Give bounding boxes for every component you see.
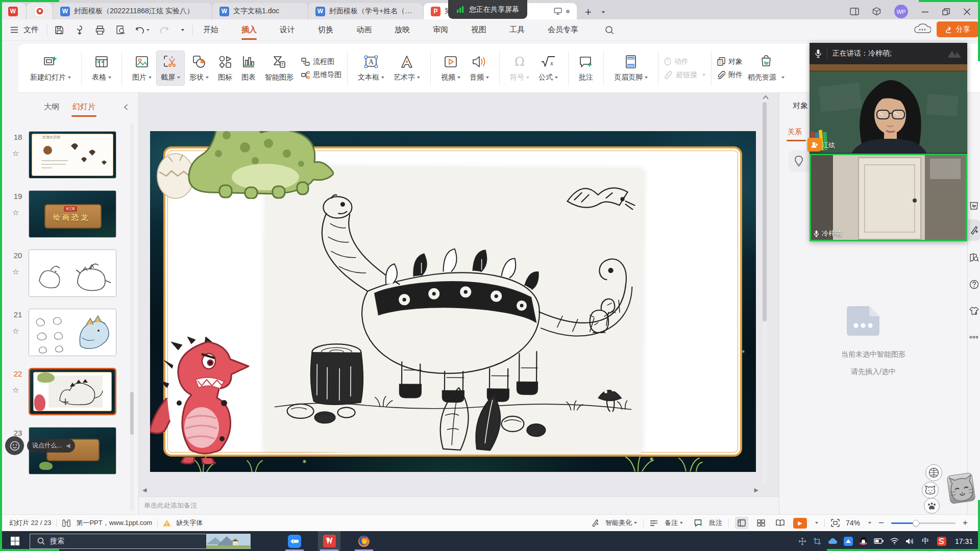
comment-button[interactable]: 批注 (574, 51, 598, 86)
menu-tab-animation[interactable]: 动画 (354, 19, 374, 41)
zoom-chevron[interactable] (868, 522, 871, 524)
slide-22-star-icon[interactable]: ☆ (12, 386, 19, 395)
screenshot-button[interactable]: 截屏 (156, 51, 185, 86)
smartart-button[interactable]: 智能图形 (260, 51, 298, 86)
object-button[interactable]: 对象 (717, 57, 743, 66)
tray-snip-icon[interactable] (813, 537, 821, 545)
zoom-slider[interactable] (891, 522, 955, 524)
video-button[interactable]: 视频 (436, 51, 465, 86)
template-source-text[interactable]: 第一PPT，www.1ppt.com (76, 518, 152, 528)
redo-icon[interactable] (159, 24, 170, 36)
tray-sogou-icon[interactable] (937, 537, 946, 546)
skin-center-icon[interactable] (968, 305, 979, 316)
slide-18-star-icon[interactable]: ☆ (12, 149, 19, 158)
scroll-left-arrow[interactable]: ◀ (142, 487, 146, 493)
header-footer-button[interactable]: 页眉页脚 (609, 51, 652, 86)
close-button[interactable] (963, 8, 971, 15)
menu-tab-transition[interactable]: 切换 (316, 19, 335, 41)
tray-wifi-icon[interactable] (890, 538, 899, 544)
green-dino-sticker[interactable] (150, 131, 334, 199)
doc-tab-1[interactable]: W 封面模板（2022211868江炫 实验八） (53, 3, 212, 19)
sticker-cat-button[interactable] (922, 482, 939, 498)
find-replace-icon[interactable] (968, 252, 979, 263)
apps-box-icon[interactable] (872, 7, 881, 16)
chat-emoji-button[interactable] (5, 436, 24, 455)
slide-thumbnail-19[interactable]: 第三章 绘画恐龙 (29, 190, 116, 238)
normal-view-button[interactable] (735, 517, 748, 529)
relation-tab[interactable]: 关系 (788, 128, 802, 137)
clock[interactable]: 17:31 (955, 537, 973, 545)
tray-qq-icon[interactable] (860, 537, 867, 545)
collapse-ribbon-icon[interactable] (763, 95, 769, 100)
print-icon[interactable] (94, 24, 106, 36)
start-button[interactable] (0, 531, 30, 551)
flowchart-button[interactable]: 流程图 (301, 57, 341, 66)
sticker-globe-button[interactable] (925, 464, 942, 481)
doc-tab-3[interactable]: W 封面模板（学号+姓名（实验… (308, 3, 424, 19)
chart-button[interactable]: 图表 (237, 51, 260, 86)
notes-bar[interactable]: 单击此处添加备注 (139, 496, 779, 514)
slide-thumbnail-20[interactable] (29, 249, 116, 297)
mindmap-button[interactable]: 思维导图 (301, 70, 341, 80)
slide-21-star-icon[interactable]: ☆ (12, 327, 19, 336)
meeting-video-panel[interactable]: 正在讲话：冷梓萌; (810, 43, 967, 241)
menu-tab-tools[interactable]: 工具 (507, 19, 527, 41)
slide-canvas[interactable]: ◀ ▶ 单击此处添加备注 (139, 93, 779, 514)
undo-button[interactable] (135, 26, 150, 34)
taskbar-firefox-app[interactable] (353, 531, 375, 551)
canvas-scrollbar-thumb[interactable] (763, 102, 767, 321)
cat-meme-sticker[interactable] (946, 472, 975, 504)
shapes-button[interactable]: 形状 (185, 51, 213, 86)
tray-meeting-icon[interactable] (844, 537, 853, 546)
canvas-vertical-scrollbar[interactable] (763, 97, 767, 485)
table-button[interactable]: 表格 (87, 51, 116, 86)
slide-22-editing-area[interactable] (150, 131, 756, 472)
wps-home-tab[interactable]: W (0, 3, 27, 19)
chat-input-pill[interactable]: 说点什么... ◀ (27, 439, 75, 453)
smart-beautify-icon[interactable] (968, 224, 979, 236)
slides-tab[interactable]: 幻灯片 (72, 102, 95, 112)
restore-button[interactable] (942, 8, 950, 15)
notes-toggle-button[interactable]: 备注 (665, 518, 683, 528)
docer-leaf-icon[interactable] (968, 199, 979, 210)
help-icon[interactable] (968, 279, 979, 290)
zoom-percentage[interactable]: 74% (846, 519, 860, 527)
search-highlight-image[interactable] (206, 534, 250, 548)
member-list-badge[interactable] (807, 138, 821, 152)
taskbar-meeting-app[interactable] (283, 531, 306, 551)
file-menu[interactable]: 文件 (0, 19, 41, 41)
webcam-jiangxuan[interactable]: 江炫 (810, 64, 967, 153)
picture-button[interactable]: 图片 (128, 51, 156, 86)
red-dino-sticker[interactable] (150, 337, 256, 464)
export-icon[interactable] (74, 24, 85, 36)
fit-window-icon[interactable] (831, 519, 840, 527)
slide-20-star-icon[interactable]: ☆ (12, 267, 19, 277)
quickbar-chevron-icon[interactable] (181, 29, 184, 31)
more-tools-icon[interactable] (968, 332, 979, 343)
zoom-out-button[interactable]: − (878, 517, 884, 529)
slides-scrollbar-thumb[interactable] (130, 392, 134, 435)
zoom-slider-knob[interactable] (913, 520, 919, 527)
new-slide-button[interactable]: 新建幻灯片 (26, 51, 76, 86)
ime-indicator[interactable]: 中 (920, 536, 930, 546)
menu-tab-review[interactable]: 审阅 (431, 19, 450, 41)
sidebar-toggle-icon[interactable] (850, 8, 859, 16)
audio-button[interactable]: 音频 (465, 51, 494, 86)
slideshow-play-button[interactable]: ▶ (793, 518, 807, 529)
slide-thumbnail-21[interactable] (29, 309, 116, 356)
new-tab-button[interactable]: + (585, 7, 592, 17)
menu-tab-view[interactable]: 视图 (469, 19, 488, 41)
tray-drag-icon[interactable] (798, 537, 806, 545)
more-menu-icon[interactable] (914, 23, 931, 38)
icons-button[interactable]: 图标 (213, 51, 237, 86)
docer-resource-button[interactable]: 稻壳资源 (748, 73, 785, 82)
missing-font-warning[interactable]: 缺失字体 (176, 518, 203, 528)
tray-cloud-icon[interactable] (828, 538, 837, 544)
slide-19-star-icon[interactable]: ☆ (12, 208, 19, 217)
attachment-button[interactable]: 附件 (717, 70, 743, 80)
scroll-right-arrow[interactable]: ▶ (754, 487, 758, 493)
webcam-lengzimeng[interactable]: 冷梓萌 (810, 153, 967, 241)
slide-sorter-view-button[interactable] (754, 517, 768, 529)
textbox-button[interactable]: A 文本框 (353, 51, 389, 86)
comments-button[interactable]: 批注 (709, 518, 722, 528)
